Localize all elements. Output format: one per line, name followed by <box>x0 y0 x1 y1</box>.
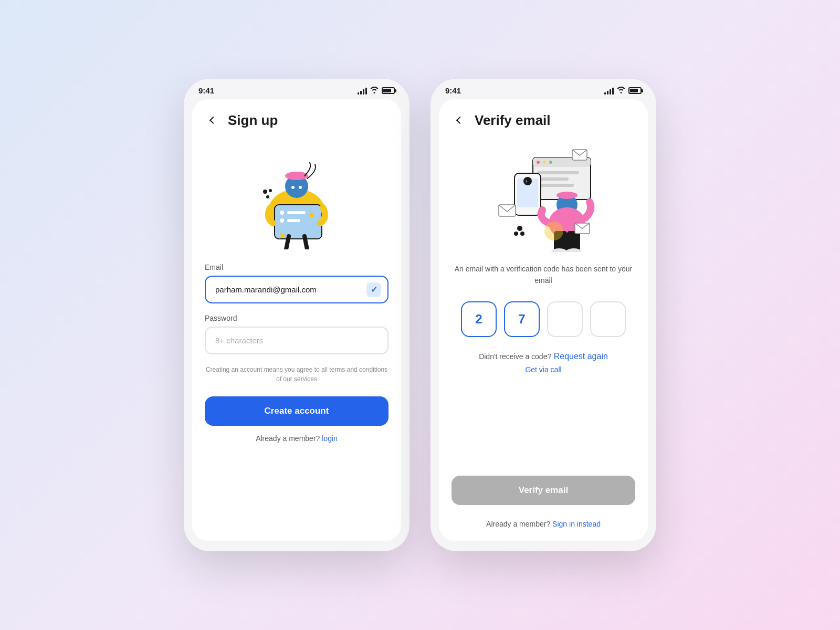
already-member-text-verify: Already a member? <box>486 520 550 528</box>
svg-point-3 <box>280 218 284 223</box>
password-label: Password <box>205 314 388 322</box>
signup-illustration-svg: ★ ➤ <box>244 144 349 249</box>
get-via-call-link[interactable]: Get via call <box>452 365 635 374</box>
signup-form: Email ✓ Password Creating an account mea… <box>205 263 388 528</box>
status-bar-signup: 9:41 <box>184 79 410 99</box>
back-button-verify[interactable] <box>452 112 468 129</box>
time-signup: 9:41 <box>198 86 214 95</box>
code-inputs: 2 7 <box>452 301 635 337</box>
verify-description: An email with a verification code has be… <box>452 263 635 287</box>
already-member-text: Already a member? <box>256 434 320 443</box>
verify-header: Verify email <box>452 112 635 129</box>
svg-point-15 <box>266 195 269 198</box>
signup-phone: 9:41 Sign up <box>184 79 410 551</box>
email-wrapper: ✓ <box>205 276 388 303</box>
login-prompt: Already a member? login <box>205 434 388 443</box>
svg-rect-22 <box>537 171 579 174</box>
svg-text:➤: ➤ <box>278 229 287 241</box>
status-icons-verify <box>604 86 642 95</box>
svg-point-2 <box>280 211 284 215</box>
create-account-button[interactable]: Create account <box>205 396 388 426</box>
svg-text:!: ! <box>526 179 527 184</box>
svg-point-21 <box>549 161 552 164</box>
code-digit-4[interactable] <box>590 301 626 337</box>
terms-text: Creating an account means you agree to a… <box>205 365 388 384</box>
resend-section: Didn't receive a code? Request again <box>452 352 635 361</box>
signal-icon <box>358 87 367 94</box>
email-label: Email <box>205 263 388 271</box>
signup-content: Sign up ★ ➤ <box>192 99 401 541</box>
svg-point-19 <box>537 161 540 164</box>
svg-point-11 <box>291 186 295 189</box>
code-digit-3[interactable] <box>547 301 583 337</box>
email-input[interactable] <box>205 276 388 303</box>
verify-title: Verify email <box>475 112 551 129</box>
svg-rect-5 <box>287 219 300 222</box>
wifi-icon-verify <box>617 86 625 95</box>
svg-rect-10 <box>289 172 304 177</box>
svg-point-16 <box>269 189 272 192</box>
back-arrow-icon <box>209 117 217 124</box>
svg-point-20 <box>543 161 546 164</box>
verify-illustration-svg: ! <box>486 142 601 252</box>
signal-icon-verify <box>604 87 614 94</box>
verify-content: Verify email ! <box>439 99 648 541</box>
verify-email-button[interactable]: Verify email <box>452 476 635 505</box>
signup-title: Sign up <box>228 112 278 129</box>
svg-point-12 <box>299 186 302 189</box>
svg-point-14 <box>263 190 267 194</box>
back-button-signup[interactable] <box>205 112 222 129</box>
verify-phone: 9:41 Verify email <box>430 79 656 551</box>
svg-rect-24 <box>537 184 574 187</box>
svg-text:★: ★ <box>307 209 316 220</box>
back-arrow-icon-verify <box>456 117 464 124</box>
svg-point-40 <box>514 232 518 236</box>
svg-point-41 <box>520 232 524 236</box>
signup-header: Sign up <box>205 112 388 129</box>
time-verify: 9:41 <box>445 86 461 95</box>
status-bar-verify: 9:41 <box>430 79 656 99</box>
password-input[interactable] <box>205 327 388 354</box>
svg-point-42 <box>544 222 563 240</box>
battery-icon-verify <box>628 87 642 94</box>
checkmark-symbol: ✓ <box>371 285 377 295</box>
svg-point-35 <box>556 192 578 199</box>
resend-text: Didn't receive a code? <box>479 352 551 361</box>
status-icons-signup <box>358 86 395 95</box>
verify-illustration: ! <box>452 139 635 255</box>
code-digit-2[interactable]: 7 <box>504 301 540 337</box>
svg-rect-23 <box>537 177 569 181</box>
code-digit-1[interactable]: 2 <box>461 301 497 337</box>
signin-prompt: Already a member? Sign in instead <box>452 520 635 528</box>
password-wrapper <box>205 327 388 354</box>
request-again-link[interactable]: Request again <box>554 352 608 361</box>
svg-point-27 <box>523 177 532 185</box>
login-link[interactable]: login <box>322 434 338 443</box>
signin-instead-link[interactable]: Sign in instead <box>552 520 601 528</box>
svg-rect-4 <box>287 211 306 214</box>
battery-icon <box>382 87 395 94</box>
svg-point-39 <box>517 226 522 231</box>
check-icon: ✓ <box>366 282 381 297</box>
wifi-icon <box>370 86 379 95</box>
signup-illustration: ★ ➤ <box>205 139 388 255</box>
